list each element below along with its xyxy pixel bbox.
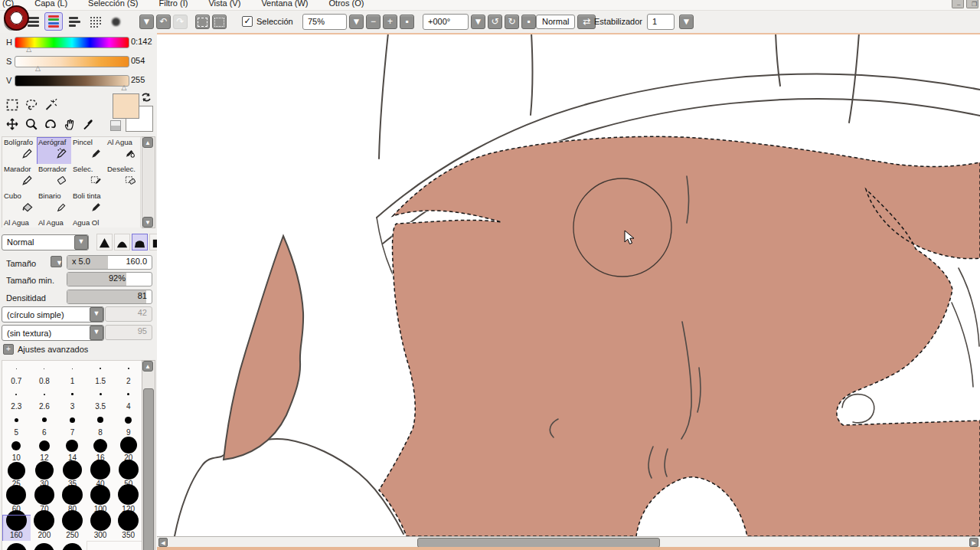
tool-button-marador[interactable]: Marador [2,164,38,192]
tool-button-deselec-[interactable]: Deselec. [106,164,141,192]
s-slider-marker[interactable]: △ [35,65,41,72]
brush-size-350[interactable]: 350 [114,515,143,542]
empty-1-icon[interactable] [60,97,78,113]
window-restore-button[interactable]: ❐ [966,0,978,8]
brush-size-extra-1[interactable] [31,541,60,550]
rotate-reset-button[interactable]: ▪ [521,15,536,29]
brush-size-3.5[interactable]: 3.5 [87,387,116,414]
v-slider-marker[interactable]: △ [122,84,127,91]
horizontal-scrollbar[interactable]: ◀ ▶ [157,536,980,548]
color-sliders-icon[interactable] [44,12,63,31]
foreground-color-swatch[interactable] [113,93,139,119]
transform-selection-button[interactable] [195,15,210,29]
view-normal-button[interactable]: Normal [536,15,575,29]
window-minimize-button[interactable]: – [952,0,964,8]
brush-size-2[interactable]: 2 [114,361,143,388]
tool-button-cubo[interactable]: Cubo [2,191,38,218]
brush-size-10[interactable]: 10 [2,438,31,465]
brush-size-extra-0[interactable] [2,541,31,550]
h-slider-marker[interactable]: △ [26,46,31,53]
tool-button-agua-ol[interactable]: Agua Ol [71,218,106,228]
brush-size-5[interactable]: 5 [2,412,31,439]
swatches-grid-icon[interactable] [86,12,104,31]
tamano-unit-button[interactable]: ▼ [51,256,62,267]
rect-select-icon[interactable] [3,97,21,113]
canvas-area[interactable]: .lineart{fill:none;stroke:#4f4a46;stroke… [157,33,980,550]
swap-colors-icon[interactable] [141,92,152,106]
transparent-color-icon[interactable] [110,120,121,131]
brush-size-250[interactable]: 250 [58,515,87,542]
brush-tip-shape-2[interactable] [132,234,148,250]
brush-tip-shape-1[interactable] [114,234,130,250]
scroll-right-button[interactable]: ▶ [969,538,978,547]
move-icon[interactable] [3,116,21,133]
zoom-reset-button[interactable]: ▪ [400,15,414,29]
hsv-slider-s[interactable]: S△054 [0,56,157,73]
tool-grid-scroll-down[interactable]: ▼ [142,217,153,228]
tamano-min-bar[interactable]: 92% [67,272,152,286]
brush-texture-select[interactable]: (sin textura)▼ [2,325,104,341]
brush-size-3[interactable]: 3 [58,387,87,414]
brush-size-6[interactable]: 6 [31,412,60,439]
tool-button-pincel[interactable]: Pincel [71,137,106,165]
tool-button-aer-graf[interactable]: Aerógraf [37,137,72,165]
brush-shape-select[interactable]: (círculo simple)▼ [2,306,104,322]
tool-button-binario[interactable]: Binario [37,191,72,218]
eyedropper-icon[interactable] [80,116,97,133]
tool-button-selec-[interactable]: Selec. [71,164,106,192]
hsv-slider-h[interactable]: H△0:142 [0,37,157,54]
brush-size-4[interactable]: 4 [114,387,143,414]
size-grid-scroll-up[interactable]: ▲ [142,361,153,372]
brush-size-0.8[interactable]: 0.8 [31,361,60,388]
estabilizador-dropdown-button[interactable]: ▼ [679,15,694,29]
brush-size-7[interactable]: 7 [58,412,87,439]
rotate-icon[interactable] [41,116,59,133]
lasso-icon[interactable] [22,97,40,113]
hand-icon[interactable] [60,116,78,133]
menu-item-3[interactable]: Filtro (I) [159,0,188,8]
tamano-bar[interactable]: x 5.0 160.0 [67,255,152,270]
h-gradient-bar[interactable] [15,37,129,48]
toolbar-dropdown-button[interactable]: ▼ [139,15,154,29]
tool-button-boli-tinta[interactable]: Boli tinta [71,191,106,218]
menu-item-5[interactable]: Ventana (W) [261,0,308,8]
tool-grid-scrollbar[interactable]: ▲ ▼ [142,136,155,228]
zoom-dropdown-button[interactable]: ▼ [349,15,364,29]
seleccion-checkbox[interactable]: ✓ [242,16,253,27]
size-grid-scroll-thumb[interactable] [143,388,154,550]
tool-button-empty[interactable] [106,191,141,218]
tool-button-al-agua[interactable]: Al Agua [37,218,72,228]
brush-size-2.3[interactable]: 2.3 [2,387,31,414]
scroll-left-button[interactable]: ◀ [158,538,168,547]
tool-grid-scroll-up[interactable]: ▲ [142,137,153,148]
selection-options-button[interactable] [212,15,227,29]
v-gradient-bar[interactable] [15,75,129,87]
menu-item-1[interactable]: Capa (L) [34,0,67,8]
menu-item-2[interactable]: Selección (S) [88,0,138,8]
zoom-field[interactable]: 75% [302,14,347,30]
flip-view-button[interactable]: ⇄ [577,15,596,29]
brush-size-1.5[interactable]: 1.5 [87,361,116,388]
color-mixer-icon[interactable] [65,12,83,31]
hsv-slider-v[interactable]: V△255 [0,75,157,92]
tool-button-empty[interactable] [106,218,141,228]
size-grid-scrollbar[interactable]: ▲ [142,360,155,550]
brush-size-160[interactable]: 160 [2,515,31,542]
blend-mode-select[interactable]: Normal▼ [2,234,89,250]
estabilizador-field[interactable]: 1 [647,14,675,30]
brush-size-0.7[interactable]: 0.7 [2,361,31,388]
menu-item-6[interactable]: Otros (O) [329,0,364,8]
tool-button-al-agua[interactable]: Al Agua [106,137,141,165]
tool-button-bol-grafo[interactable]: Bolígrafo [2,137,38,165]
rotate-cw-button[interactable]: ↻ [505,15,519,29]
advanced-settings-toggle[interactable]: + Ajustes avanzados [3,344,88,355]
rotate-ccw-button[interactable]: ↺ [488,15,502,29]
brush-size-9[interactable]: 9 [114,412,143,439]
menu-item-0[interactable]: (C) [2,0,14,8]
zoom-icon[interactable] [22,116,40,133]
brush-size-200[interactable]: 200 [31,515,60,542]
brush-tip-shape-0[interactable] [96,234,113,250]
angle-field[interactable]: +000° [423,14,469,30]
magic-wand-icon[interactable] [41,97,59,113]
densidad-bar[interactable]: 81 [67,290,152,304]
